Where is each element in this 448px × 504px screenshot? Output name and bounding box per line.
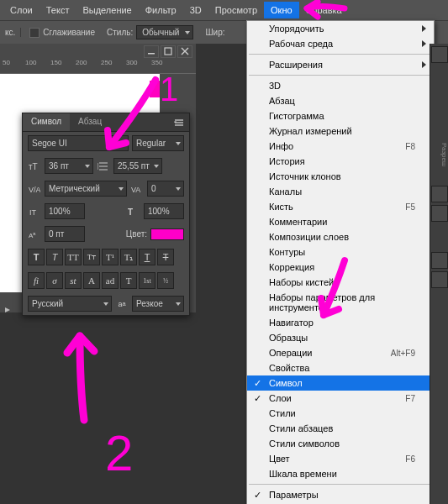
width-label: Шир: [205, 28, 224, 37]
window-menu-item[interactable]: ✓СлоиF7 [247, 391, 434, 406]
language-select[interactable]: Русский [28, 296, 112, 312]
font-size-icon: тТ [28, 161, 41, 171]
vscale-input[interactable]: 100% [45, 203, 85, 219]
window-menu-item[interactable]: Комментарии [247, 214, 434, 229]
maximize-icon[interactable] [161, 45, 176, 58]
window-menu-item[interactable]: Рабочая среда [247, 36, 434, 51]
baseline-icon: Aª [28, 229, 41, 239]
style-value: Обычный [142, 28, 179, 37]
underline-button[interactable]: T [139, 249, 155, 265]
window-menu-item[interactable]: Наборы параметров для инструментов [247, 290, 434, 315]
menu-window[interactable]: Окно [264, 2, 299, 18]
font-family-select[interactable]: Segoe UI [28, 135, 129, 151]
hscale-input[interactable]: 100% [144, 203, 184, 219]
dock-button-1[interactable] [431, 46, 448, 63]
hscale-icon: T [127, 207, 140, 217]
titling-button[interactable]: ad [102, 272, 119, 289]
window-menu-item[interactable]: Абзац [247, 93, 434, 108]
svg-text:тТ: тТ [29, 162, 38, 171]
style-select[interactable]: Обычный [136, 25, 193, 39]
window-menu-item[interactable]: Каналы [247, 184, 434, 199]
allcaps-button[interactable]: TT [65, 249, 82, 265]
selection-overlay [150, 81, 160, 97]
window-menu-item[interactable]: Источник клонов [247, 169, 434, 184]
window-menu-item[interactable]: Навигатор [247, 315, 434, 330]
swash-button[interactable]: st [65, 272, 82, 289]
bold-button[interactable]: T [28, 249, 45, 265]
anti-alias-select[interactable]: Резкое [132, 296, 184, 312]
window-menu-item[interactable]: Упорядочить [247, 21, 434, 36]
menu-filter[interactable]: Фильтр [139, 2, 183, 18]
alternate-button[interactable]: A [83, 272, 100, 289]
right-panel-label: Разреш [436, 143, 448, 193]
tracking-input[interactable]: 0 [147, 181, 184, 197]
dock-button-4[interactable] [431, 252, 448, 269]
stylistic-button[interactable]: T [120, 272, 137, 289]
close-icon[interactable] [177, 45, 192, 58]
font-size-input[interactable]: 36 пт [45, 158, 93, 174]
italic-button[interactable]: T [46, 249, 63, 265]
ordinal-button[interactable]: σ [46, 272, 63, 289]
leading-icon [97, 161, 110, 171]
fraction-button[interactable]: 1st [139, 272, 155, 289]
leading-input[interactable]: 25,55 пт [113, 158, 162, 174]
window-menu-item[interactable]: ЦветF6 [247, 451, 434, 466]
tab-symbol[interactable]: Символ [23, 113, 70, 131]
color-label: Цвет: [126, 229, 147, 239]
menu-text[interactable]: Текст [40, 2, 76, 18]
text-color-swatch[interactable] [150, 228, 184, 240]
expand-icon[interactable] [3, 302, 13, 312]
window-menu-item[interactable]: Контуры [247, 244, 434, 260]
kerning-select[interactable]: Метрический [45, 181, 127, 197]
svg-text:IT: IT [29, 208, 37, 217]
window-menu-item[interactable]: Коррекция [247, 260, 434, 275]
window-menu-item[interactable]: ✓Символ [247, 375, 434, 391]
main-menubar: Слои Текст Выделение Фильтр 3D Просмотр … [0, 0, 448, 20]
window-menu-item[interactable]: История [247, 154, 434, 169]
smallcaps-button[interactable]: Tᴛ [83, 249, 100, 265]
window-menu-item[interactable]: Гистограмма [247, 108, 434, 123]
dock-button-3[interactable] [431, 205, 448, 222]
subscript-button[interactable]: T₁ [120, 249, 137, 265]
discretionary-button[interactable]: ½ [157, 272, 174, 289]
window-menu-item[interactable]: Стили символов [247, 436, 434, 451]
window-menu-item[interactable]: ОперацииAlt+F9 [247, 345, 434, 360]
font-style-select[interactable]: Regular [132, 135, 184, 151]
minimize-icon[interactable] [144, 45, 159, 58]
text-style-row-1: T T TT Tᴛ T¹ T₁ T T [23, 245, 189, 269]
right-dock [430, 44, 448, 504]
doc-titlebar [0, 44, 196, 59]
svg-rect-1 [165, 48, 171, 55]
strikethrough-button[interactable]: T [157, 249, 174, 265]
window-menu-item[interactable]: Образцы [247, 330, 434, 345]
ligature-fi-button[interactable]: fi [28, 272, 45, 289]
window-menu-item[interactable]: Свойства [247, 360, 434, 375]
tracking-icon: VA [130, 184, 144, 194]
anti-alias-checkbox[interactable] [29, 28, 40, 38]
window-menu-item[interactable]: КистьF5 [247, 199, 434, 214]
window-menu-item[interactable]: ИнфоF8 [247, 139, 434, 154]
aa-icon: aa [115, 300, 129, 308]
baseline-input[interactable]: 0 пт [45, 226, 85, 242]
superscript-button[interactable]: T¹ [102, 249, 119, 265]
menu-select[interactable]: Выделение [76, 2, 138, 18]
dock-button-5[interactable] [431, 271, 448, 288]
menu-3d[interactable]: 3D [183, 2, 208, 18]
menu-help[interactable]: Справка [299, 2, 349, 18]
window-menu-item[interactable]: Шкала времени [247, 466, 434, 481]
window-menu-item[interactable]: Композиции слоев [247, 229, 434, 244]
menu-view[interactable]: Просмотр [208, 2, 264, 18]
window-menu-item[interactable]: Журнал измерений [247, 123, 434, 139]
panel-menu-icon[interactable] [169, 113, 189, 131]
svg-text:Aª: Aª [29, 232, 35, 239]
window-menu-item[interactable]: Стили абзацев [247, 421, 434, 436]
window-menu-item[interactable]: 3D [247, 78, 434, 93]
window-menu-item[interactable]: ✓Параметры [247, 487, 434, 502]
svg-rect-0 [148, 53, 155, 55]
tab-paragraph[interactable]: Абзац [70, 113, 110, 131]
window-menu-dropdown: УпорядочитьРабочая средаРасширения3DАбза… [246, 20, 435, 504]
window-menu-item[interactable]: Стили [247, 406, 434, 421]
window-menu-item[interactable]: Расширения [247, 57, 434, 72]
window-menu-item[interactable]: Наборы кистей [247, 275, 434, 290]
menu-layers[interactable]: Слои [3, 2, 40, 18]
